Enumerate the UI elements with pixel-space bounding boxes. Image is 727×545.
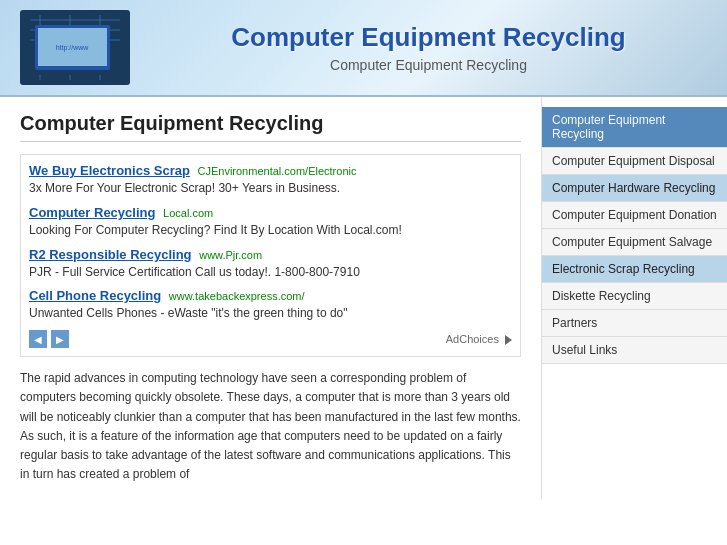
ad-link-4[interactable]: Cell Phone Recycling [29, 288, 161, 303]
ad-source-2: Local.com [163, 207, 213, 219]
ad-item: Cell Phone Recycling www.takebackexpress… [29, 288, 512, 322]
sidebar-item-diskette-recycling[interactable]: Diskette Recycling [542, 283, 727, 310]
ad-desc-1: 3x More For Your Electronic Scrap! 30+ Y… [29, 180, 512, 197]
svg-rect-10 [30, 70, 115, 75]
content-area: Computer Equipment Recycling We Buy Elec… [0, 97, 727, 499]
ad-link-2[interactable]: Computer Recycling [29, 205, 155, 220]
sidebar-item-electronic-scrap-recycling[interactable]: Electronic Scrap Recycling [542, 256, 727, 283]
sidebar-item-computer-equipment-donation[interactable]: Computer Equipment Donation [542, 202, 727, 229]
ad-link-1[interactable]: We Buy Electronics Scrap [29, 163, 190, 178]
ad-item: We Buy Electronics Scrap CJEnvironmental… [29, 163, 512, 197]
body-text: The rapid advances in computing technolo… [20, 369, 521, 484]
ad-next-button[interactable]: ▶ [51, 330, 69, 348]
ad-prev-button[interactable]: ◀ [29, 330, 47, 348]
sidebar-item-partners[interactable]: Partners [542, 310, 727, 337]
ad-source-3: www.Pjr.com [199, 249, 262, 261]
main-content: Computer Equipment Recycling We Buy Elec… [0, 97, 542, 499]
sidebar-item-computer-equipment-recycling[interactable]: Computer Equipment Recycling [542, 107, 727, 148]
ad-choices-arrow-icon [505, 335, 512, 345]
header-title: Computer Equipment Recycling [231, 22, 625, 53]
header: http://www Computer Equipment Recycling … [0, 0, 727, 97]
ad-item: Computer Recycling Local.com Looking For… [29, 205, 512, 239]
sidebar-item-computer-equipment-salvage[interactable]: Computer Equipment Salvage [542, 229, 727, 256]
ad-source-1: CJEnvironmental.com/Electronic [198, 165, 357, 177]
ad-desc-4: Unwanted Cells Phones - eWaste "it's the… [29, 305, 512, 322]
ad-nav: ◀ ▶ AdChoices [29, 330, 512, 348]
sidebar-item-useful-links[interactable]: Useful Links [542, 337, 727, 364]
ad-desc-3: PJR - Full Service Certification Call us… [29, 264, 512, 281]
ad-item: R2 Responsible Recycling www.Pjr.com PJR… [29, 247, 512, 281]
header-text: Computer Equipment Recycling Computer Eq… [150, 22, 707, 73]
sidebar: Computer Equipment Recycling Computer Eq… [542, 97, 727, 499]
page-container: http://www Computer Equipment Recycling … [0, 0, 727, 545]
page-title: Computer Equipment Recycling [20, 112, 521, 142]
sidebar-item-computer-hardware-recycling[interactable]: Computer Hardware Recycling [542, 175, 727, 202]
ad-source-4: www.takebackexpress.com/ [169, 290, 305, 302]
ad-link-3[interactable]: R2 Responsible Recycling [29, 247, 192, 262]
header-subtitle: Computer Equipment Recycling [330, 57, 527, 73]
svg-text:http://www: http://www [56, 44, 90, 52]
sidebar-item-computer-equipment-disposal[interactable]: Computer Equipment Disposal [542, 148, 727, 175]
ad-box: We Buy Electronics Scrap CJEnvironmental… [20, 154, 521, 357]
header-logo: http://www [20, 10, 130, 85]
ad-choices-label: AdChoices [446, 333, 512, 345]
ad-desc-2: Looking For Computer Recycling? Find It … [29, 222, 512, 239]
